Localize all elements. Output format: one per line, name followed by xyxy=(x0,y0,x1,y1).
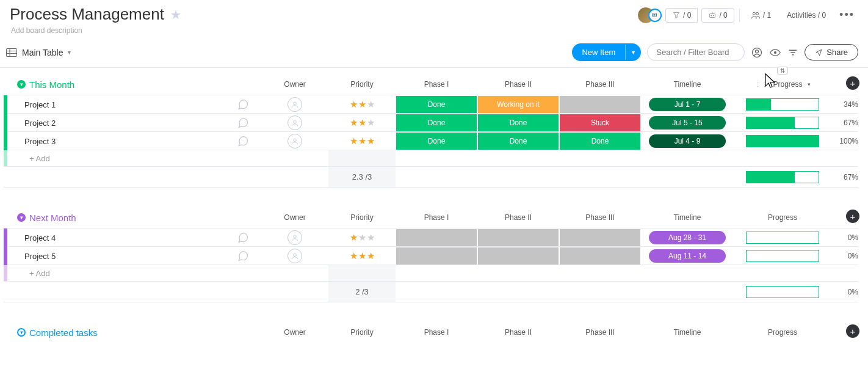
share-button[interactable]: Share xyxy=(805,44,858,60)
column-header-progress[interactable]: ⇅ ⋮⋮ Progress ▾ xyxy=(734,76,831,95)
progress-cell[interactable] xyxy=(734,135,831,147)
timeline-cell[interactable]: Jul 4 - 9 xyxy=(641,134,734,148)
item-name[interactable]: Project 2 xyxy=(17,114,225,132)
phase1-cell[interactable] xyxy=(396,247,477,265)
column-header-priority[interactable]: Priority xyxy=(328,76,396,95)
add-item-label[interactable]: + Add xyxy=(17,154,225,163)
automations-button[interactable]: / 0 xyxy=(665,8,698,23)
phase2-cell[interactable]: Working on it xyxy=(478,96,559,113)
chevron-down-icon[interactable]: ▾ xyxy=(808,81,811,87)
owner-cell[interactable] xyxy=(261,230,328,245)
svg-point-3 xyxy=(713,15,714,16)
timeline-cell[interactable]: Jul 5 - 15 xyxy=(641,116,734,130)
priority-cell[interactable]: ★★★ xyxy=(328,136,396,147)
phase1-cell[interactable]: Done xyxy=(396,114,477,131)
filter-icon[interactable] xyxy=(787,47,798,58)
column-header-phase2[interactable]: Phase II xyxy=(477,324,559,343)
progress-cell[interactable] xyxy=(734,98,831,111)
updates-icon[interactable] xyxy=(225,135,261,147)
column-header-progress[interactable]: Progress xyxy=(734,210,831,228)
column-header-phase2[interactable]: Phase II xyxy=(477,76,559,95)
add-column-button[interactable]: + xyxy=(846,210,859,223)
item-name[interactable]: Project 4 xyxy=(17,228,225,247)
priority-cell[interactable]: ★★★ xyxy=(328,117,396,128)
activities-button[interactable]: Activities / 0 xyxy=(781,9,832,22)
phase3-cell[interactable]: Done xyxy=(560,133,640,150)
column-header-phase3[interactable]: Phase III xyxy=(559,210,641,228)
group-title[interactable]: Completed tasks xyxy=(29,327,98,338)
phase3-cell[interactable] xyxy=(560,96,640,113)
owner-cell[interactable] xyxy=(261,249,328,263)
column-header-phase1[interactable]: Phase I xyxy=(396,210,477,228)
column-header-priority[interactable]: Priority xyxy=(328,210,396,228)
person-filter-icon[interactable] xyxy=(751,46,763,59)
group-toggle-icon[interactable]: ▾ xyxy=(17,328,26,337)
updates-icon[interactable] xyxy=(225,98,261,111)
column-header-owner[interactable]: Owner xyxy=(261,76,328,95)
column-header-owner[interactable]: Owner xyxy=(261,324,328,343)
add-column-button[interactable]: + xyxy=(846,76,859,90)
new-item-button[interactable]: New Item ▾ xyxy=(572,43,641,61)
group-toggle-icon[interactable]: ▾ xyxy=(17,213,26,222)
column-header-timeline[interactable]: Timeline xyxy=(641,210,734,228)
priority-cell[interactable]: ★★★ xyxy=(328,250,396,261)
phase1-cell[interactable]: Done xyxy=(396,133,477,150)
board-owner-avatar[interactable] xyxy=(637,7,662,24)
updates-icon[interactable] xyxy=(225,250,261,262)
board-title[interactable]: Process Management xyxy=(10,5,164,24)
priority-cell[interactable]: ★★★ xyxy=(328,99,396,110)
group-title[interactable]: Next Month xyxy=(29,213,76,223)
timeline-cell[interactable]: Aug 11 - 14 xyxy=(641,249,734,263)
eye-icon[interactable] xyxy=(769,46,781,59)
add-item-row[interactable]: + Add xyxy=(4,265,858,282)
phase3-cell[interactable] xyxy=(560,247,640,265)
add-item-row[interactable]: + Add xyxy=(4,150,858,167)
new-item-dropdown-icon[interactable]: ▾ xyxy=(625,45,641,60)
timeline-cell[interactable]: Aug 28 - 31 xyxy=(641,231,734,244)
integrations-button[interactable]: / 0 xyxy=(701,8,734,23)
column-header-timeline[interactable]: Timeline xyxy=(641,324,734,343)
phase2-cell[interactable]: Done xyxy=(478,114,559,131)
column-header-phase3[interactable]: Phase III xyxy=(559,76,641,95)
column-header-phase1[interactable]: Phase I xyxy=(396,76,477,95)
column-header-timeline[interactable]: Timeline xyxy=(641,76,734,95)
search-input[interactable] xyxy=(647,43,745,61)
column-resize-icon[interactable]: ⇅ xyxy=(777,67,788,75)
add-column-button[interactable]: + xyxy=(846,324,859,338)
priority-cell[interactable]: ★★★ xyxy=(328,232,396,243)
group-title[interactable]: This Month xyxy=(29,79,74,90)
board-description[interactable]: Add board description xyxy=(10,26,181,35)
column-header-owner[interactable]: Owner xyxy=(261,210,328,228)
item-name[interactable]: Project 3 xyxy=(17,132,225,150)
more-menu-icon[interactable]: ••• xyxy=(836,6,858,24)
item-name[interactable]: Project 1 xyxy=(17,95,225,114)
column-header-phase3[interactable]: Phase III xyxy=(559,324,641,343)
phase2-cell[interactable] xyxy=(478,229,559,246)
phase2-cell[interactable] xyxy=(478,247,559,265)
column-header-progress[interactable]: Progress xyxy=(734,324,831,343)
favorite-star-icon[interactable]: ★ xyxy=(170,7,181,22)
people-button[interactable]: / 1 xyxy=(745,8,777,23)
view-switcher[interactable]: Main Table ▾ xyxy=(6,48,71,57)
owner-cell[interactable] xyxy=(261,97,328,112)
column-header-phase2[interactable]: Phase II xyxy=(477,210,559,228)
group-toggle-icon[interactable]: ▾ xyxy=(17,80,26,89)
phase1-cell[interactable]: Done xyxy=(396,96,477,113)
owner-cell[interactable] xyxy=(261,115,328,130)
column-header-phase1[interactable]: Phase I xyxy=(396,324,477,343)
add-item-label[interactable]: + Add xyxy=(17,269,225,278)
phase1-cell[interactable] xyxy=(396,229,477,246)
phase3-cell[interactable] xyxy=(560,229,640,246)
progress-cell[interactable] xyxy=(734,117,831,129)
progress-cell[interactable] xyxy=(734,232,831,244)
progress-summary-percent: 0% xyxy=(831,288,859,296)
updates-icon[interactable] xyxy=(225,117,261,129)
phase3-cell[interactable]: Stuck xyxy=(560,114,640,131)
progress-cell[interactable] xyxy=(734,250,831,262)
item-name[interactable]: Project 5 xyxy=(17,247,225,265)
owner-cell[interactable] xyxy=(261,134,328,148)
phase2-cell[interactable]: Done xyxy=(478,133,559,150)
column-header-priority[interactable]: Priority xyxy=(328,324,396,343)
timeline-cell[interactable]: Jul 1 - 7 xyxy=(641,98,734,111)
updates-icon[interactable] xyxy=(225,232,261,244)
